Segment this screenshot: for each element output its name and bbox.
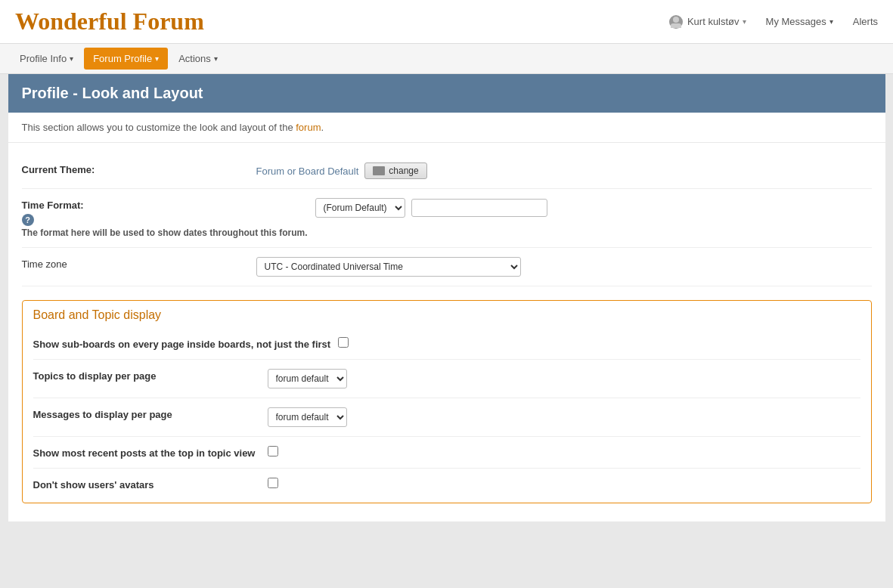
- show-subboards-control: [338, 337, 349, 348]
- time-format-label: Time Format:: [22, 200, 308, 211]
- user-avatar-icon: [669, 15, 683, 29]
- time-format-row: Time Format: ? The format here will be u…: [22, 189, 872, 248]
- page-title-bar: Profile - Look and Layout: [8, 74, 885, 113]
- nav-item-forum-profile[interactable]: Forum Profile ▾: [84, 48, 168, 70]
- show-subboards-label: Show sub-boards on every page inside boa…: [33, 337, 331, 350]
- show-recent-posts-label: Show most recent posts at the top in top…: [33, 446, 260, 459]
- time-format-control: (Forum Default)Custom: [315, 198, 547, 218]
- show-subboards-checkbox[interactable]: [338, 337, 349, 348]
- my-messages-label: My Messages: [766, 16, 826, 27]
- forum-link[interactable]: forum: [296, 122, 321, 133]
- nav-actions-caret: ▾: [214, 54, 218, 63]
- dont-show-avatars-label: Don't show users' avatars: [33, 478, 260, 491]
- change-theme-button[interactable]: change: [364, 162, 426, 179]
- topics-per-page-control: forum default5102050: [268, 369, 347, 388]
- section-title: Board and Topic display: [33, 308, 860, 328]
- page-title: Profile - Look and Layout: [22, 85, 203, 101]
- messages-per-page-select[interactable]: forum default5102050: [268, 407, 347, 427]
- time-format-input[interactable]: [411, 199, 547, 217]
- user-menu[interactable]: Kurt kulstøv ▾: [669, 15, 746, 29]
- user-menu-caret: ▾: [743, 17, 746, 26]
- timezone-row: Time zone UTC - Coordinated Universal Ti…: [22, 248, 872, 286]
- header-user-area: Kurt kulstøv ▾ My Messages ▾ Alerts: [669, 15, 878, 29]
- show-subboards-row: Show sub-boards on every page inside boa…: [33, 328, 860, 360]
- header-top: Wonderful Forum Kurt kulstøv ▾ My Messag…: [15, 8, 878, 36]
- my-messages-caret: ▾: [829, 17, 833, 26]
- board-topic-section: Board and Topic display Show sub-boards …: [22, 300, 872, 503]
- nav-item-profile-info[interactable]: Profile Info ▾: [11, 44, 82, 73]
- nav-bar: Profile Info ▾ Forum Profile ▾ Actions ▾: [0, 44, 893, 74]
- show-recent-posts-checkbox[interactable]: [268, 446, 278, 456]
- show-recent-posts-control: [268, 446, 278, 456]
- time-format-label-area: Time Format: ? The format here will be u…: [22, 198, 308, 238]
- nav-profile-info-label: Profile Info: [20, 53, 67, 64]
- time-format-help-text: The format here will be used to show dat…: [22, 227, 308, 238]
- messages-per-page-control: forum default5102050: [268, 407, 347, 427]
- current-theme-value: Forum or Board Default: [256, 166, 359, 177]
- timezone-select[interactable]: UTC - Coordinated Universal TimeUS/Easte…: [256, 257, 521, 277]
- messages-per-page-row: Messages to display per page forum defau…: [33, 398, 860, 437]
- timezone-label: Time zone: [22, 257, 249, 270]
- nav-item-actions[interactable]: Actions ▾: [169, 44, 227, 73]
- nav-profile-info-caret: ▾: [70, 54, 73, 63]
- topics-per-page-select[interactable]: forum default5102050: [268, 369, 347, 388]
- page-description: This section allows you to customize the…: [8, 113, 885, 143]
- alerts-link[interactable]: Alerts: [853, 16, 878, 27]
- page-content: Profile - Look and Layout This section a…: [8, 74, 885, 521]
- form-area: Current Theme: Forum or Board Default ch…: [8, 143, 885, 521]
- current-theme-label: Current Theme:: [22, 162, 249, 175]
- forum-link-text: forum: [296, 122, 321, 133]
- change-theme-icon: [373, 166, 385, 175]
- site-header: Wonderful Forum Kurt kulstøv ▾ My Messag…: [0, 0, 893, 44]
- dont-show-avatars-control: [268, 478, 278, 488]
- description-text-before: This section allows you to customize the…: [22, 122, 296, 133]
- site-title: Wonderful Forum: [15, 8, 204, 36]
- nav-forum-profile-label: Forum Profile: [93, 53, 152, 64]
- nav-forum-profile-caret: ▾: [155, 54, 159, 63]
- dont-show-avatars-checkbox[interactable]: [268, 478, 278, 488]
- messages-per-page-label: Messages to display per page: [33, 407, 260, 420]
- topics-per-page-label: Topics to display per page: [33, 369, 260, 382]
- timezone-control: UTC - Coordinated Universal TimeUS/Easte…: [256, 257, 521, 277]
- time-format-select[interactable]: (Forum Default)Custom: [315, 198, 405, 218]
- current-theme-control: Forum or Board Default change: [256, 162, 427, 179]
- change-theme-label: change: [389, 166, 418, 176]
- user-name: Kurt kulstøv: [687, 16, 740, 27]
- description-text-after: .: [321, 122, 324, 133]
- alerts-label: Alerts: [853, 16, 878, 27]
- topics-per-page-row: Topics to display per page forum default…: [33, 360, 860, 398]
- time-format-help-icon[interactable]: ?: [22, 214, 34, 226]
- show-recent-posts-row: Show most recent posts at the top in top…: [33, 437, 860, 469]
- dont-show-avatars-row: Don't show users' avatars: [33, 469, 860, 500]
- nav-actions-label: Actions: [178, 53, 211, 64]
- current-theme-row: Current Theme: Forum or Board Default ch…: [22, 153, 872, 189]
- my-messages-link[interactable]: My Messages ▾: [757, 16, 842, 27]
